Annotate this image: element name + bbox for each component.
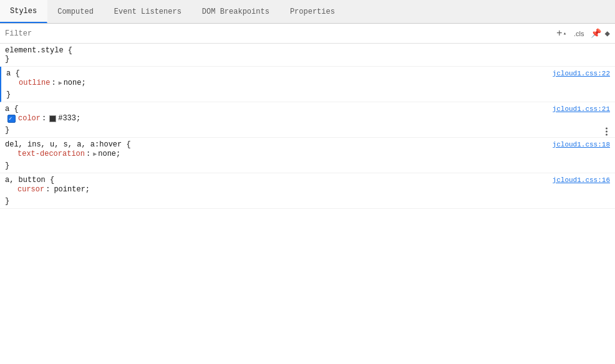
property-colon: : [51, 79, 56, 87]
tab-styles-label: Styles [10, 7, 37, 16]
rule-closing-5: } [0, 197, 615, 208]
rule-closing: } [0, 55, 615, 66]
rule-source-5[interactable]: jcloud1.css:16 [553, 176, 610, 184]
css-rule-a-outline: a { jcloud1.css:22 outline : ▶ none ; } [0, 67, 615, 102]
filter-actions: + ▴ .cls 📌 ◆ [556, 28, 610, 39]
rule-body-3: color : #333 ; [0, 113, 615, 126]
property-name-text-decoration: text-decoration [17, 150, 85, 158]
css-rule-a-color: a { jcloud1.css:21 color : #333 ; } [0, 102, 615, 138]
rule-source-2[interactable]: jcloud1.css:22 [553, 70, 610, 77]
rule-body-4: text-decoration : ▶ none ; [0, 149, 615, 161]
expand-arrow[interactable]: ▶ [59, 79, 62, 87]
expand-arrow-4[interactable]: ▶ [93, 150, 97, 158]
cls-button[interactable]: .cls [571, 29, 587, 39]
rule-closing-2: } [1, 90, 615, 102]
property-colon-3: : [42, 114, 46, 123]
property-value-text-decoration: none [98, 150, 116, 158]
rule-selector-line: element.style { [0, 44, 615, 55]
more-options-button[interactable] [603, 125, 610, 138]
rule-closing-3: } [0, 126, 615, 137]
color-swatch[interactable] [49, 115, 56, 122]
rule-selector-line-4: del, ins, u, s, a, a:hover { jcloud1.css… [0, 138, 615, 149]
property-value-outline: none [64, 79, 82, 87]
property-semicolon-3: ; [76, 114, 80, 123]
css-rule-del-ins: del, ins, u, s, a, a:hover { jcloud1.css… [0, 138, 615, 173]
tab-properties[interactable]: Properties [280, 0, 346, 23]
rule-body-5: cursor : pointer ; [0, 184, 615, 197]
rule-selector-line-5: a, button { jcloud1.css:16 [0, 173, 615, 184]
css-property-color: color : #333 ; [5, 113, 610, 123]
property-name-color: color [18, 114, 41, 123]
property-colon-5: : [46, 185, 50, 194]
property-colon-4: : [86, 150, 90, 158]
rule-selector-line-2: a { jcloud1.css:22 [1, 67, 615, 78]
styles-content: element.style { } a { jcloud1.css:22 out… [0, 44, 615, 364]
tab-event-listeners[interactable]: Event Listeners [104, 0, 192, 23]
css-rule-a-button: a, button { jcloud1.css:16 cursor : poin… [0, 173, 615, 209]
tab-event-listeners-label: Event Listeners [114, 7, 182, 16]
rule-selector: element.style { [5, 46, 72, 55]
tab-dom-breakpoints[interactable]: DOM Breakpoints [192, 0, 280, 23]
tab-computed[interactable]: Computed [47, 0, 104, 23]
property-semicolon: ; [81, 79, 85, 87]
rule-closing-4: } [0, 161, 615, 173]
rule-source-3[interactable]: jcloud1.css:21 [553, 105, 610, 113]
tab-computed-label: Computed [57, 7, 94, 16]
tab-styles[interactable]: Styles [0, 0, 47, 23]
add-rule-button[interactable]: + ▴ [556, 28, 568, 39]
tab-properties-label: Properties [290, 7, 335, 16]
property-semicolon-4: ; [116, 150, 120, 158]
css-property-text-decoration: text-decoration : ▶ none ; [5, 149, 610, 159]
filter-bar: + ▴ .cls 📌 ◆ [0, 24, 615, 44]
rule-body-2: outline : ▶ none ; [1, 78, 615, 90]
property-checkbox[interactable] [7, 115, 16, 123]
css-property-outline: outline : ▶ none ; [6, 78, 610, 88]
property-value-cursor: pointer [54, 185, 85, 194]
property-name-cursor: cursor [17, 185, 44, 194]
property-semicolon-5: ; [85, 185, 90, 194]
tabs-bar: Styles Computed Event Listeners DOM Brea… [0, 0, 615, 24]
refresh-icon[interactable]: ◆ [605, 28, 610, 39]
devtools-panel: Styles Computed Event Listeners DOM Brea… [0, 0, 615, 364]
css-rule-element-style: element.style { } [0, 44, 615, 67]
css-property-cursor: cursor : pointer ; [5, 184, 610, 194]
tab-dom-breakpoints-label: DOM Breakpoints [202, 7, 269, 16]
property-name-outline: outline [19, 79, 50, 87]
rule-selector-line-3: a { jcloud1.css:21 [0, 102, 615, 113]
pin-icon[interactable]: 📌 [591, 28, 601, 39]
filter-input[interactable] [5, 29, 556, 38]
rule-source-4[interactable]: jcloud1.css:18 [553, 141, 610, 148]
property-value-color: #333 [58, 114, 76, 123]
rule-selector-2: a { [6, 69, 20, 78]
rule-selector-3: a { [5, 105, 19, 113]
rule-selector-5: a, button { [5, 176, 54, 184]
rule-selector-4: del, ins, u, s, a, a:hover { [5, 140, 131, 149]
